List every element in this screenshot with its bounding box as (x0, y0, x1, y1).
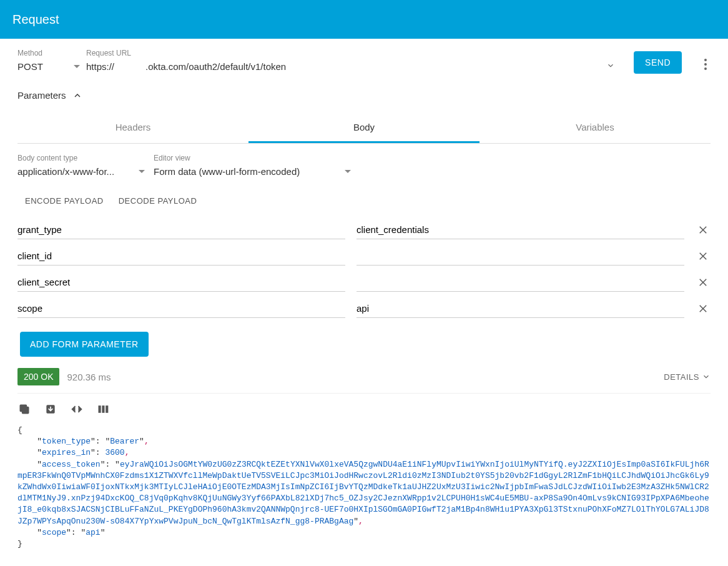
response-status-bar: 200 OK 920.36 ms DETAILS (17, 368, 711, 394)
more-menu-button[interactable] (701, 55, 711, 74)
chevron-down-icon (345, 170, 351, 173)
copy-response-button[interactable] (17, 402, 31, 416)
download-response-button[interactable] (44, 402, 57, 416)
chevron-down-icon (74, 65, 80, 68)
editor-view-select[interactable]: Form data (www-url-form-encoded) (154, 164, 351, 180)
param-key-input[interactable] (17, 273, 345, 292)
details-label: DETAILS (664, 372, 699, 382)
param-value-input[interactable] (357, 247, 684, 266)
download-icon (44, 403, 57, 415)
response-json-view: { "token_type": "Bearer", "expires_in": … (17, 425, 711, 550)
toggle-raw-button[interactable] (70, 402, 84, 416)
form-parameters-list (17, 217, 711, 322)
param-value-input[interactable] (357, 273, 684, 292)
header-title: Request (12, 12, 59, 27)
body-content-type-label: Body content type (17, 154, 145, 162)
parameters-label: Parameters (17, 90, 66, 101)
decode-payload-button[interactable]: DECODE PAYLOAD (119, 196, 197, 206)
method-label: Method (17, 49, 80, 57)
editor-view-label: Editor view (154, 154, 351, 162)
method-select[interactable]: POST (17, 59, 80, 75)
svg-rect-12 (99, 405, 101, 413)
param-value-input[interactable] (357, 221, 684, 239)
code-icon (71, 403, 83, 415)
param-key-input[interactable] (17, 299, 345, 318)
response-toolbar (17, 402, 711, 416)
svg-rect-13 (102, 405, 104, 413)
send-button[interactable]: SEND (634, 51, 682, 74)
param-key-input[interactable] (17, 221, 345, 239)
status-badge: 200 OK (17, 368, 59, 385)
columns-icon (97, 403, 109, 415)
toggle-columns-button[interactable] (96, 402, 110, 416)
close-icon (697, 277, 709, 288)
remove-param-button[interactable] (696, 303, 711, 314)
close-icon (697, 251, 709, 262)
form-param-row (17, 217, 711, 243)
body-content-type-value: application/x-www-for... (17, 166, 114, 177)
response-timing: 920.36 ms (67, 372, 111, 382)
request-url-input[interactable] (86, 59, 601, 74)
param-value-input[interactable] (357, 299, 684, 318)
more-vertical-icon (704, 59, 707, 70)
chevron-up-icon (72, 91, 82, 101)
tab-body[interactable]: Body (248, 113, 480, 143)
url-label: Request URL (86, 49, 615, 57)
remove-param-button[interactable] (696, 224, 711, 236)
close-icon (697, 303, 709, 314)
page-header: Request (0, 0, 728, 39)
close-icon (697, 224, 709, 236)
svg-rect-14 (106, 405, 108, 413)
add-form-parameter-button[interactable]: ADD FORM PARAMETER (20, 332, 149, 357)
chevron-down-icon (702, 372, 711, 381)
chevron-down-icon (139, 170, 145, 173)
body-content-type-select[interactable]: application/x-www-for... (17, 164, 145, 180)
details-toggle[interactable]: DETAILS (664, 372, 711, 382)
form-param-row (17, 269, 711, 295)
parameters-toggle[interactable]: Parameters (17, 90, 711, 101)
form-param-row (17, 243, 711, 269)
copy-icon (18, 403, 31, 415)
parameter-tabs: Headers Body Variables (17, 113, 711, 144)
tab-headers[interactable]: Headers (17, 113, 248, 143)
form-param-row (17, 295, 711, 322)
svg-rect-9 (20, 405, 26, 411)
param-key-input[interactable] (17, 247, 345, 266)
remove-param-button[interactable] (696, 277, 711, 288)
url-history-dropdown[interactable] (606, 61, 615, 72)
editor-view-value: Form data (www-url-form-encoded) (154, 166, 300, 177)
request-bar: Method POST Request URL SEND (17, 49, 711, 75)
encode-payload-button[interactable]: ENCODE PAYLOAD (25, 196, 104, 206)
tab-variables[interactable]: Variables (480, 113, 711, 143)
remove-param-button[interactable] (696, 251, 711, 262)
method-value: POST (17, 61, 43, 72)
